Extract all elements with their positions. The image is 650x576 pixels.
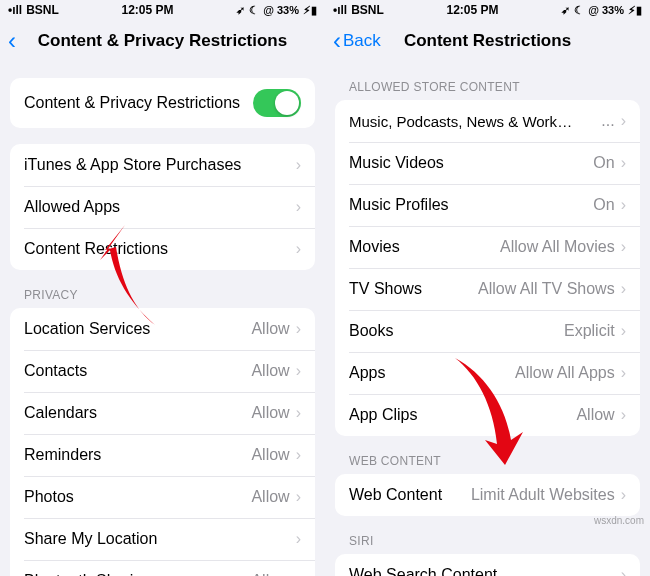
row-value: Allow All Movies: [500, 238, 615, 256]
location-icon: ➶: [236, 4, 245, 17]
row-value: ...: [601, 112, 614, 130]
clock: 12:05 PM: [122, 3, 174, 17]
watermark: wsxdn.com: [594, 515, 644, 526]
row-value: Allow: [251, 404, 289, 422]
row-music-videos[interactable]: Music Videos On›: [335, 142, 640, 184]
row-allowed-apps[interactable]: Allowed Apps ›: [10, 186, 315, 228]
row-value: Allow: [251, 362, 289, 380]
status-bar: •ıll BSNL 12:05 PM ➶ ☾ @ 33% ⚡︎▮: [0, 0, 325, 20]
row-label: Photos: [24, 488, 74, 506]
row-value: Allow: [251, 320, 289, 338]
row-label: Reminders: [24, 446, 101, 464]
row-location-services[interactable]: Location Services Allow›: [10, 308, 315, 350]
row-value: Limit Adult Websites: [471, 486, 615, 504]
battery-percent: @ 33%: [263, 4, 299, 16]
chevron-right-icon: ›: [621, 566, 626, 576]
battery-percent: @ 33%: [588, 4, 624, 16]
row-photos[interactable]: Photos Allow›: [10, 476, 315, 518]
chevron-right-icon: ›: [621, 280, 626, 298]
signal-icon: •ıll: [333, 3, 347, 17]
row-value: Allow: [251, 488, 289, 506]
row-label: Apps: [349, 364, 385, 382]
chevron-right-icon: ›: [296, 530, 301, 548]
chevron-right-icon: ›: [296, 320, 301, 338]
allowed-store-group: Music, Podcasts, News & Workouts ...› Mu…: [335, 100, 640, 436]
toggle-switch[interactable]: [253, 89, 301, 117]
row-label: TV Shows: [349, 280, 422, 298]
back-button[interactable]: ‹: [8, 29, 16, 53]
screen-content-privacy: •ıll BSNL 12:05 PM ➶ ☾ @ 33% ⚡︎▮ ‹ Conte…: [0, 0, 325, 576]
row-label: Location Services: [24, 320, 150, 338]
chevron-right-icon: ›: [296, 572, 301, 576]
row-label: Allowed Apps: [24, 198, 120, 216]
screen-content-restrictions: •ıll BSNL 12:05 PM ➶ ☾ @ 33% ⚡︎▮ ‹ Back …: [325, 0, 650, 576]
row-label: Content Restrictions: [24, 240, 168, 258]
row-app-clips[interactable]: App Clips Allow›: [335, 394, 640, 436]
row-web-content[interactable]: Web Content Limit Adult Websites›: [335, 474, 640, 516]
status-bar: •ıll BSNL 12:05 PM ➶ ☾ @ 33% ⚡︎▮: [325, 0, 650, 20]
row-label: Bluetooth Sharing: [24, 572, 151, 576]
row-movies[interactable]: Movies Allow All Movies›: [335, 226, 640, 268]
row-label: Music Videos: [349, 154, 444, 172]
row-label: Music, Podcasts, News & Workouts: [349, 113, 579, 130]
back-label: Back: [343, 31, 381, 51]
row-value: Allow: [251, 572, 289, 576]
row-share-my-location[interactable]: Share My Location ›: [10, 518, 315, 560]
siri-group: Web Search Content ›: [335, 554, 640, 576]
back-button[interactable]: ‹ Back: [333, 29, 381, 53]
privacy-header: PRIVACY: [0, 270, 325, 308]
chevron-right-icon: ›: [621, 238, 626, 256]
allowed-store-header: ALLOWED STORE CONTENT: [325, 62, 650, 100]
carrier-label: BSNL: [26, 3, 59, 17]
row-web-search-content[interactable]: Web Search Content ›: [335, 554, 640, 576]
nav-bar: ‹ Back Content Restrictions: [325, 20, 650, 62]
row-label: Books: [349, 322, 393, 340]
chevron-right-icon: ›: [296, 446, 301, 464]
row-itunes-purchases[interactable]: iTunes & App Store Purchases ›: [10, 144, 315, 186]
row-label: Web Content: [349, 486, 442, 504]
row-value: Allow: [576, 406, 614, 424]
row-books[interactable]: Books Explicit›: [335, 310, 640, 352]
row-value: Allow All TV Shows: [478, 280, 615, 298]
row-value: On: [593, 196, 614, 214]
carrier-label: BSNL: [351, 3, 384, 17]
row-value: Allow: [251, 446, 289, 464]
chevron-right-icon: ›: [296, 488, 301, 506]
chevron-right-icon: ›: [621, 196, 626, 214]
location-icon: ➶: [561, 4, 570, 17]
clock: 12:05 PM: [447, 3, 499, 17]
row-bluetooth-sharing[interactable]: Bluetooth Sharing Allow›: [10, 560, 315, 576]
row-value: Explicit: [564, 322, 615, 340]
moon-icon: ☾: [249, 4, 259, 17]
row-content-restrictions[interactable]: Content Restrictions ›: [10, 228, 315, 270]
chevron-right-icon: ›: [296, 198, 301, 216]
row-music-profiles[interactable]: Music Profiles On›: [335, 184, 640, 226]
row-contacts[interactable]: Contacts Allow›: [10, 350, 315, 392]
chevron-right-icon: ›: [296, 362, 301, 380]
battery-icon: ⚡︎▮: [628, 4, 642, 17]
row-label: App Clips: [349, 406, 417, 424]
chevron-right-icon: ›: [621, 322, 626, 340]
row-content-privacy-toggle[interactable]: Content & Privacy Restrictions: [10, 78, 315, 128]
row-label: iTunes & App Store Purchases: [24, 156, 241, 174]
chevron-right-icon: ›: [296, 404, 301, 422]
toggle-group: Content & Privacy Restrictions: [10, 78, 315, 128]
web-content-group: Web Content Limit Adult Websites›: [335, 474, 640, 516]
row-music-podcasts[interactable]: Music, Podcasts, News & Workouts ...›: [335, 100, 640, 142]
row-label: Share My Location: [24, 530, 157, 548]
main-settings-group: iTunes & App Store Purchases › Allowed A…: [10, 144, 315, 270]
row-tv-shows[interactable]: TV Shows Allow All TV Shows›: [335, 268, 640, 310]
row-apps[interactable]: Apps Allow All Apps›: [335, 352, 640, 394]
row-reminders[interactable]: Reminders Allow›: [10, 434, 315, 476]
row-label: Calendars: [24, 404, 97, 422]
row-calendars[interactable]: Calendars Allow›: [10, 392, 315, 434]
chevron-right-icon: ›: [621, 154, 626, 172]
moon-icon: ☾: [574, 4, 584, 17]
chevron-right-icon: ›: [621, 406, 626, 424]
chevron-right-icon: ›: [621, 112, 626, 130]
chevron-left-icon: ‹: [8, 29, 16, 53]
row-label: Movies: [349, 238, 400, 256]
signal-icon: •ıll: [8, 3, 22, 17]
chevron-right-icon: ›: [296, 240, 301, 258]
row-label: Music Profiles: [349, 196, 449, 214]
